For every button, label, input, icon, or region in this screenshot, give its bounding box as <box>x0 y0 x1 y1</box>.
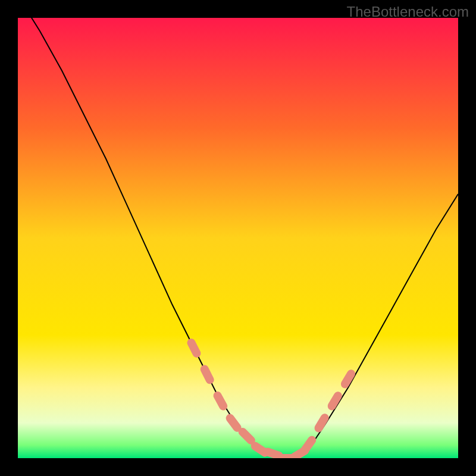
chart-svg <box>18 18 458 458</box>
highlight-marker <box>192 343 197 353</box>
chart-background <box>18 18 458 458</box>
highlight-marker <box>268 452 279 455</box>
highlight-marker <box>345 374 351 384</box>
highlight-marker <box>332 396 338 406</box>
highlight-marker <box>230 418 237 428</box>
plot-area <box>18 18 458 458</box>
chart-container: TheBottleneck.com <box>0 0 476 476</box>
highlight-marker <box>305 440 312 450</box>
highlight-marker <box>205 369 210 380</box>
highlight-marker <box>218 396 224 406</box>
highlight-marker <box>319 418 325 428</box>
